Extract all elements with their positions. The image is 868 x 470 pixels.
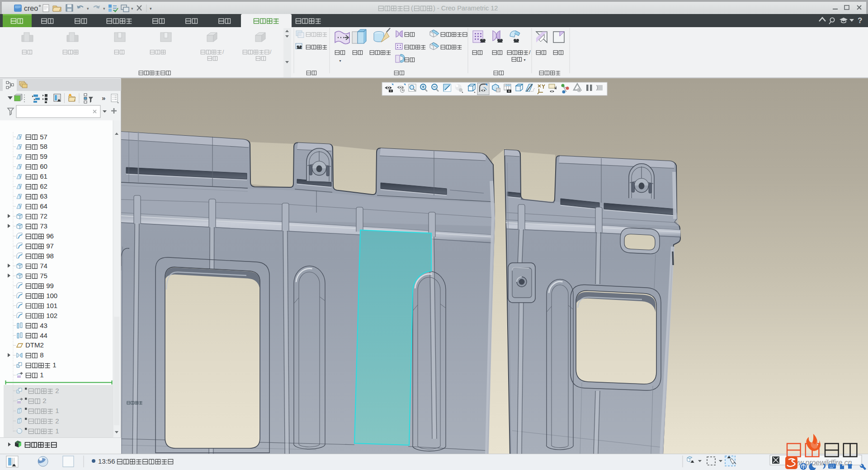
svg-text:99: 99: [46, 282, 54, 290]
svg-text:61: 61: [40, 172, 47, 180]
svg-text:100: 100: [46, 292, 57, 299]
svg-text:8: 8: [40, 351, 43, 359]
svg-text:▼: ▼: [339, 59, 342, 62]
svg-text:44: 44: [40, 332, 47, 339]
svg-text:57: 57: [40, 133, 47, 141]
svg-text:96: 96: [46, 232, 54, 240]
svg-text:1: 1: [55, 407, 59, 414]
svg-text:1: 1: [40, 371, 43, 379]
svg-text:creo: creo: [24, 5, 38, 12]
svg-text:58: 58: [40, 142, 47, 150]
svg-text:75: 75: [40, 272, 47, 280]
svg-text:2: 2: [42, 397, 46, 404]
svg-text:▾: ▾: [103, 6, 105, 11]
svg-text:2: 2: [55, 387, 59, 394]
svg-text:?: ?: [858, 16, 862, 25]
svg-text:▾: ▾: [150, 6, 152, 11]
svg-text:▾: ▾: [87, 6, 89, 11]
svg-text:64: 64: [40, 202, 47, 210]
svg-text:59: 59: [40, 152, 47, 160]
svg-text:97: 97: [46, 242, 54, 250]
svg-text:73: 73: [40, 222, 47, 230]
svg-text:2: 2: [55, 417, 59, 425]
svg-text:»: »: [102, 94, 105, 102]
svg-text:1: 1: [55, 427, 59, 435]
svg-text:(: (: [411, 5, 413, 12]
svg-text:13:56: 13:56: [98, 457, 115, 465]
svg-text:▼: ▼: [523, 58, 526, 62]
svg-text:102: 102: [46, 312, 57, 319]
svg-text:101: 101: [46, 302, 57, 309]
svg-text:60: 60: [40, 162, 47, 170]
svg-text:63: 63: [40, 192, 47, 200]
svg-text:▾: ▾: [131, 6, 133, 11]
svg-text:DTM2: DTM2: [25, 341, 44, 349]
svg-text:43: 43: [40, 322, 47, 329]
svg-text:72: 72: [40, 212, 47, 220]
svg-text:) - Creo Parametric 12: ) - Creo Parametric 12: [433, 5, 498, 12]
svg-text:74: 74: [40, 262, 47, 270]
svg-text:62: 62: [40, 182, 47, 190]
svg-text:www.proewildfire.cn: www.proewildfire.cn: [788, 459, 852, 466]
svg-text:1: 1: [52, 361, 56, 369]
svg-text:98: 98: [46, 252, 54, 260]
